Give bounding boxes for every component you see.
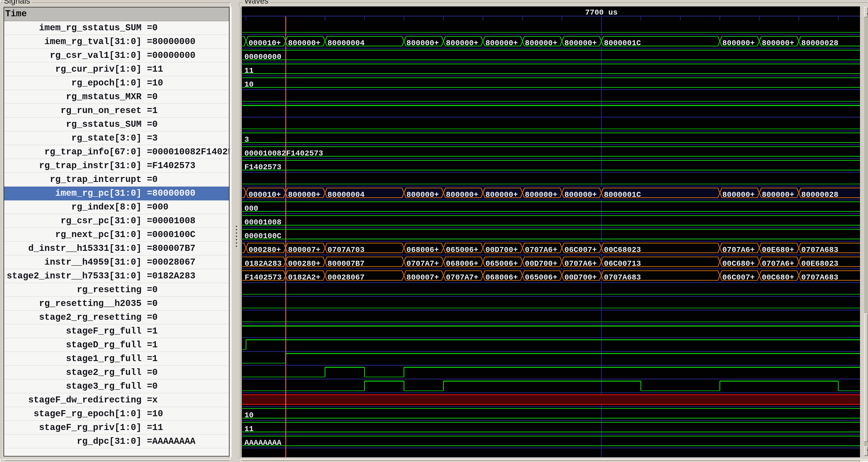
svg-text:7700 us: 7700 us: [585, 8, 618, 17]
svg-text:10: 10: [244, 80, 254, 89]
svg-text:00E68023: 00E68023: [801, 259, 838, 268]
svg-text:0707A7+: 0707A7+: [407, 259, 439, 268]
svg-text:800007B7: 800007B7: [328, 259, 364, 268]
svg-text:800000+: 800000+: [722, 191, 755, 199]
svg-text:8000001C: 8000001C: [604, 39, 641, 47]
svg-text:0182A2+: 0182A2+: [288, 273, 320, 282]
svg-text:0182A283: 0182A283: [245, 259, 282, 268]
svg-text:000010+: 000010+: [249, 39, 281, 47]
svg-text:0707A6+: 0707A6+: [722, 245, 755, 254]
svg-text:00D700+: 00D700+: [525, 259, 557, 268]
svg-text:000010082F1402573: 000010082F1402573: [244, 149, 323, 158]
svg-text:80000028: 80000028: [801, 39, 838, 47]
svg-text:800000+: 800000+: [407, 191, 439, 199]
svg-text:00C68023: 00C68023: [604, 245, 641, 254]
svg-text:0707A6+: 0707A6+: [564, 259, 597, 268]
svg-text:800000+: 800000+: [762, 191, 794, 199]
svg-text:00D700+: 00D700+: [486, 245, 518, 254]
svg-text:800000+: 800000+: [564, 39, 597, 47]
svg-text:80000004: 80000004: [328, 191, 364, 199]
svg-text:10: 10: [244, 411, 254, 420]
svg-text:06C00713: 06C00713: [604, 259, 641, 268]
svg-text:0707A683: 0707A683: [801, 273, 838, 282]
svg-text:0707A683: 0707A683: [604, 273, 641, 282]
svg-text:F1402573: F1402573: [244, 163, 281, 171]
svg-text:11: 11: [244, 425, 254, 433]
svg-text:8000001C: 8000001C: [604, 191, 641, 199]
svg-text:000: 000: [244, 204, 258, 213]
svg-text:800000+: 800000+: [486, 191, 518, 199]
svg-text:80000028: 80000028: [801, 191, 838, 199]
svg-text:000010+: 000010+: [249, 191, 281, 199]
svg-text:0707A683: 0707A683: [801, 245, 838, 254]
svg-text:800000+: 800000+: [446, 39, 478, 47]
svg-text:00028067: 00028067: [328, 273, 364, 282]
svg-text:068006+: 068006+: [407, 245, 439, 254]
svg-text:F1402573: F1402573: [245, 273, 282, 282]
svg-text:00001008: 00001008: [244, 218, 281, 227]
svg-text:800000+: 800000+: [525, 39, 557, 47]
svg-text:00000000: 00000000: [244, 53, 281, 61]
svg-text:80000004: 80000004: [328, 39, 364, 47]
svg-text:800000+: 800000+: [288, 191, 320, 199]
svg-text:000280+: 000280+: [249, 245, 281, 254]
svg-text:000280+: 000280+: [288, 259, 320, 268]
svg-text:AAAAAAAA: AAAAAAAA: [244, 438, 282, 447]
svg-text:800007+: 800007+: [407, 273, 439, 282]
svg-text:0707A703: 0707A703: [328, 245, 364, 254]
svg-text:06C007+: 06C007+: [564, 245, 597, 254]
svg-text:068006+: 068006+: [446, 259, 478, 268]
svg-text:00C680+: 00C680+: [722, 259, 755, 268]
svg-text:800000+: 800000+: [722, 39, 755, 47]
svg-text:00C680+: 00C680+: [762, 273, 794, 282]
svg-text:06C007+: 06C007+: [722, 273, 755, 282]
svg-text:00D700+: 00D700+: [564, 273, 597, 282]
svg-text:800000+: 800000+: [407, 39, 439, 47]
svg-text:0707A6+: 0707A6+: [762, 259, 794, 268]
svg-text:800007+: 800007+: [288, 245, 320, 254]
svg-text:065006+: 065006+: [446, 245, 478, 254]
svg-text:065006+: 065006+: [525, 273, 557, 282]
svg-text:800000+: 800000+: [762, 39, 794, 47]
svg-text:800000+: 800000+: [446, 191, 478, 199]
svg-text:00E680+: 00E680+: [762, 245, 794, 254]
svg-text:800000+: 800000+: [288, 39, 320, 47]
svg-text:800000+: 800000+: [564, 191, 597, 199]
svg-text:0000100C: 0000100C: [244, 232, 282, 240]
svg-text:068006+: 068006+: [486, 273, 518, 282]
svg-text:065006+: 065006+: [486, 259, 518, 268]
svg-text:11: 11: [244, 66, 254, 75]
svg-text:800000+: 800000+: [525, 191, 557, 199]
svg-text:800000+: 800000+: [486, 39, 518, 47]
svg-text:0707A7+: 0707A7+: [446, 273, 478, 282]
svg-text:3: 3: [244, 135, 249, 144]
svg-text:0707A6+: 0707A6+: [525, 245, 557, 254]
